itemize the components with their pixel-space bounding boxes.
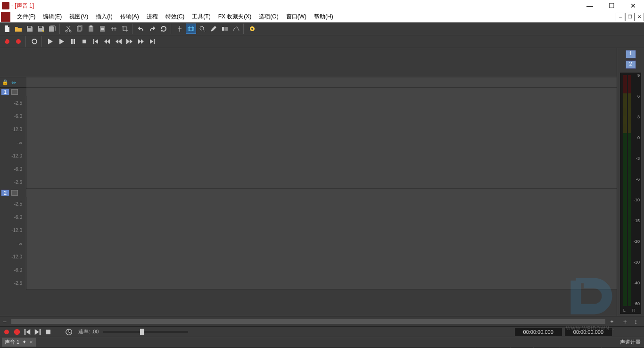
mini-record-button[interactable] [12,328,22,336]
mini-record-arm-button[interactable] [2,328,11,336]
cut-button[interactable] [63,24,74,34]
menu-transport[interactable]: 传输(A) [116,11,143,22]
overview-track[interactable] [11,319,605,324]
track-1-db-scale: -2.5 -6.0 -12.0 -∞ -12.0 -6.0 -2.5 [0,96,26,189]
plugin-button[interactable] [247,24,257,34]
time-display-2[interactable]: 00:00:00.000 [565,328,612,336]
play-button[interactable] [57,36,67,47]
edit-tool-button[interactable] [174,24,185,34]
time-display-1[interactable]: 00:00:00.000 [515,328,562,336]
step-back-button[interactable] [113,36,124,47]
document-tab-label: 声音 1 [5,339,19,346]
copy-button[interactable] [74,24,85,34]
menu-window[interactable]: 窗口(W) [282,11,310,22]
svg-point-25 [4,330,9,334]
zoom-tool-button[interactable] [197,24,207,34]
rate-slider-thumb[interactable] [140,329,144,335]
menu-view[interactable]: 视图(V) [66,11,92,22]
waveform-header[interactable] [26,77,617,88]
document-tab[interactable]: 声音 1 ✦ ✕ [2,338,36,347]
mini-scrub-button[interactable] [64,328,74,336]
new-button[interactable] [2,24,12,34]
track-1-number[interactable]: 1 [1,89,9,95]
transport-toolbar [0,35,644,48]
svg-rect-20 [83,40,86,43]
track-2-collapse[interactable] [11,190,18,196]
menu-file[interactable]: 文件(F) [13,11,39,22]
overview-thumb[interactable] [11,319,605,324]
record-button[interactable] [13,36,24,47]
svg-rect-12 [225,27,228,31]
save-all-button[interactable] [47,24,58,34]
close-button[interactable]: ✕ [622,0,644,11]
meter-channel-2-button[interactable]: 2 [626,60,636,69]
mini-go-start-button[interactable] [23,328,32,336]
mini-go-end-button[interactable] [33,328,42,336]
save-button[interactable] [25,24,35,34]
zoom-out-icon[interactable]: – [0,318,9,325]
document-tab-pin-icon[interactable]: ✦ [22,339,26,345]
crop-button[interactable] [120,24,130,34]
menu-process[interactable]: 进程 [143,11,162,22]
magnify-tool-button[interactable] [186,24,196,34]
go-end-button[interactable] [147,36,157,47]
menu-insert[interactable]: 插入(I) [92,11,116,22]
menu-options[interactable]: 选项(O) [255,11,282,22]
track-2-block: 2 -2.5 -6.0 -12.0 -∞ -12.0 -6.0 -2.5 [0,189,26,290]
play-all-button[interactable] [45,36,56,47]
time-ruler[interactable] [26,48,617,77]
track-2-number[interactable]: 2 [1,190,9,196]
step-fwd-button[interactable] [124,36,135,47]
waveform-track-1[interactable] [26,88,617,189]
mini-stop-button[interactable] [43,328,53,336]
mini-play-button[interactable] [54,328,63,336]
cursor-icon[interactable]: ⇔ [11,79,16,86]
mdi-restore-button[interactable]: ❐ [625,13,635,21]
record-arm-button[interactable] [2,36,12,47]
minimize-button[interactable]: — [579,0,601,11]
undo-button[interactable] [136,24,146,34]
redo-button[interactable] [147,24,157,34]
envelope-tool-button[interactable] [231,24,241,34]
stop-button[interactable] [79,36,90,47]
menu-help[interactable]: 帮助(H) [310,11,337,22]
mdi-minimize-button[interactable]: – [616,13,625,21]
menu-edit[interactable]: 编辑(E) [39,11,66,22]
svg-rect-22 [121,39,122,44]
channel-header: 🔒 ⇔ [0,77,26,88]
document-tab-close-icon[interactable]: ✕ [29,340,33,345]
svg-rect-29 [46,330,50,334]
mdi-close-button[interactable]: ✕ [635,13,644,21]
open-button[interactable] [13,24,24,34]
maximize-button[interactable]: ☐ [601,0,622,11]
loop-button[interactable] [29,36,40,47]
rewind-button[interactable] [102,36,112,47]
svg-rect-21 [93,39,94,44]
forward-button[interactable] [136,36,146,47]
zoom-down-icon[interactable]: + [623,318,627,325]
pause-button[interactable] [68,36,78,47]
meter-channel-1-button[interactable]: 1 [626,50,636,58]
menu-tools[interactable]: 工具(T) [188,11,214,22]
zoom-up-icon[interactable]: ↕ [634,318,637,325]
trim-button[interactable] [108,24,119,34]
menu-bar: 文件(F) 编辑(E) 视图(V) 插入(I) 传输(A) 进程 特效(C) 工… [0,11,644,23]
repeat-button[interactable] [158,24,169,34]
paste-button[interactable] [86,24,96,34]
pencil-tool-button[interactable] [208,24,219,34]
mix-paste-button[interactable] [97,24,107,34]
go-start-button[interactable] [91,36,101,47]
save-as-button[interactable] [36,24,46,34]
waveform-track-2[interactable] [26,189,617,290]
waveform-area[interactable] [26,48,617,316]
overview-scrollbar[interactable]: – + +↕ [0,316,644,326]
menu-effect[interactable]: 特效(C) [162,11,189,22]
rate-slider[interactable] [103,331,188,333]
zoom-in-icon[interactable]: + [607,318,617,325]
svg-rect-27 [25,329,26,335]
svg-point-10 [200,26,204,30]
lock-icon[interactable]: 🔒 [2,79,8,85]
menu-fx[interactable]: FX 收藏夹(X) [215,11,256,22]
track-1-collapse[interactable] [11,89,18,95]
event-tool-button[interactable] [220,24,230,34]
